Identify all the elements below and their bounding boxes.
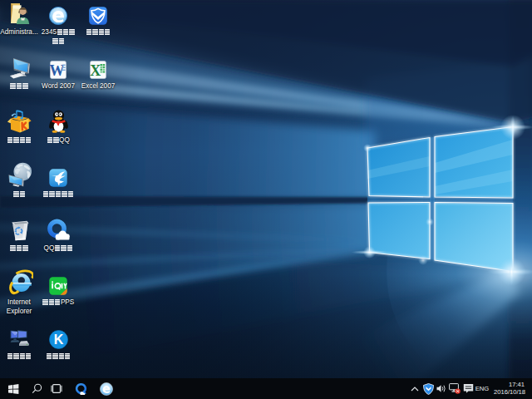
svg-text:X: X bbox=[90, 62, 101, 79]
svg-text:W: W bbox=[50, 62, 65, 79]
svg-text:K: K bbox=[53, 332, 63, 347]
